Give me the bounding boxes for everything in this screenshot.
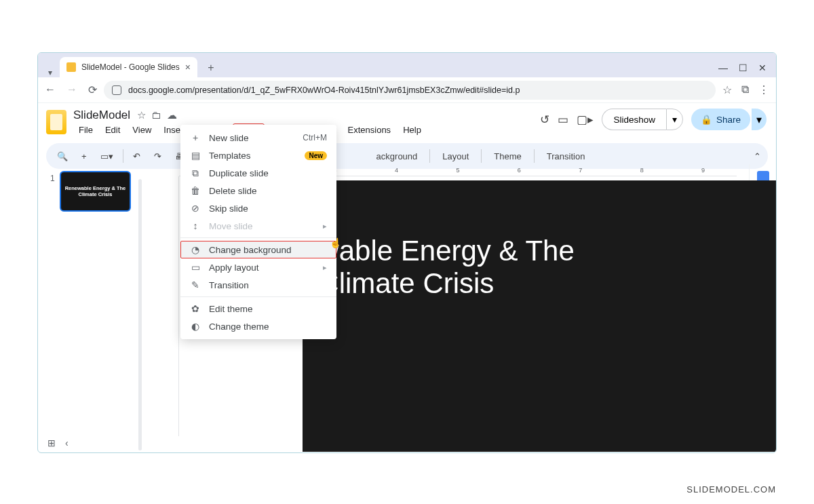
window-maximize-icon[interactable]: ☐ <box>739 62 748 73</box>
search-menus-icon[interactable]: 🔍 <box>53 149 72 164</box>
share-dropdown[interactable]: ▾ <box>752 109 767 130</box>
layout-chip[interactable]: Layout <box>435 149 476 164</box>
new-tab-button[interactable]: + <box>203 60 219 76</box>
menu-skip-slide[interactable]: ⊘ Skip slide <box>180 199 336 217</box>
undo-button[interactable]: ↶ <box>129 149 144 164</box>
url-input[interactable]: docs.google.com/presentation/d/1_qZ_5wFR… <box>104 81 716 100</box>
layout-icon: ▭ <box>190 262 201 273</box>
menu-extensions[interactable]: Extensions <box>343 123 397 138</box>
move-slide-icon: ↕ <box>190 220 201 231</box>
slideshow-button[interactable]: Slideshow <box>602 109 666 130</box>
browser-tab[interactable]: SlideModel - Google Slides × <box>60 57 197 77</box>
templates-icon: ▤ <box>190 150 201 161</box>
duplicate-icon: ⧉ <box>190 168 201 179</box>
filmstrip-scrollbar[interactable] <box>138 179 142 450</box>
lock-icon: 🔒 <box>701 114 712 125</box>
menu-edit[interactable]: Edit <box>100 123 125 138</box>
app-header: SlideModel ☆ 🗀 ☁ File Edit View Insert F… <box>38 103 776 138</box>
chrome-menu-icon[interactable]: ⋮ <box>758 83 769 96</box>
menu-edit-theme[interactable]: ✿ Edit theme <box>180 300 336 317</box>
url-text: docs.google.com/presentation/d/1_qZ_5wFR… <box>128 85 520 95</box>
slide-thumbnail[interactable]: Renewable Energy & The Climate Crisis <box>60 171 131 212</box>
window-close-icon[interactable]: ✕ <box>758 62 767 73</box>
vertical-ruler <box>167 176 179 436</box>
edit-theme-icon: ✿ <box>190 303 201 314</box>
extensions-icon[interactable]: ⧉ <box>741 83 749 96</box>
filmstrip[interactable]: 1 Renewable Energy & The Climate Crisis <box>38 164 140 436</box>
slide-menu-dropdown: + New slide Ctrl+M ▤ Templates New ⧉ Dup… <box>180 125 336 339</box>
main-area: 1 Renewable Energy & The Climate Crisis … <box>38 164 776 436</box>
menu-separator <box>180 237 336 238</box>
history-icon[interactable]: ↺ <box>540 113 549 127</box>
tab-drag-handle[interactable]: ▾ <box>43 68 57 77</box>
menu-change-theme[interactable]: ◐ Change theme <box>180 317 336 335</box>
menu-change-background[interactable]: ◔ Change background <box>180 241 336 258</box>
slideshow-dropdown[interactable]: ▾ <box>666 109 683 130</box>
submenu-arrow-icon: ▸ <box>323 263 327 272</box>
submenu-arrow-icon: ▸ <box>323 222 327 231</box>
star-icon[interactable]: ☆ <box>137 109 146 121</box>
speaker-notes-toggle[interactable]: ‹ <box>65 438 69 448</box>
slide-title[interactable]: ewable Energy & The Climate Crisis <box>303 180 575 301</box>
new-slide-layout-dropdown[interactable]: ▭▾ <box>96 149 117 164</box>
menu-view[interactable]: View <box>127 123 157 138</box>
share-button[interactable]: 🔒 Share <box>691 109 750 130</box>
slide-number: 1 <box>50 174 55 183</box>
theme-chip[interactable]: Theme <box>487 149 528 164</box>
plus-icon: + <box>190 132 201 143</box>
menu-duplicate-slide[interactable]: ⧉ Duplicate slide <box>180 164 336 182</box>
menu-apply-layout[interactable]: ▭ Apply layout ▸ <box>180 258 336 276</box>
background-chip[interactable]: ackground <box>370 149 425 164</box>
nav-reload-icon[interactable]: ⟳ <box>88 83 97 96</box>
menu-new-slide[interactable]: + New slide Ctrl+M <box>180 129 336 147</box>
transition-icon: ✎ <box>190 279 201 290</box>
menu-help[interactable]: Help <box>398 123 427 138</box>
delete-icon: 🗑 <box>190 185 201 196</box>
document-title[interactable]: SlideModel <box>73 109 130 122</box>
menu-file[interactable]: File <box>73 123 98 138</box>
redo-button[interactable]: ↷ <box>150 149 166 164</box>
nav-back-icon[interactable]: ← <box>45 83 56 96</box>
slides-favicon <box>66 62 76 72</box>
skip-icon: ⊘ <box>190 203 201 214</box>
tab-close-icon[interactable]: × <box>185 62 191 73</box>
slide-canvas[interactable]: ewable Energy & The Climate Crisis <box>303 180 777 452</box>
cloud-status-icon[interactable]: ☁ <box>167 109 177 121</box>
bookmark-icon[interactable]: ☆ <box>722 83 732 96</box>
window-minimize-icon[interactable]: — <box>718 62 728 73</box>
toolbar-collapse-icon[interactable]: ⌃ <box>754 151 761 161</box>
grid-view-icon[interactable]: ⊞ <box>47 438 56 448</box>
move-icon[interactable]: 🗀 <box>151 109 161 121</box>
browser-window: ▾ SlideModel - Google Slides × + — ☐ ✕ ←… <box>37 52 777 453</box>
site-settings-icon[interactable] <box>112 85 121 95</box>
mouse-cursor-icon: ☝ <box>330 237 341 248</box>
meet-icon[interactable]: ▢▸ <box>577 113 594 127</box>
transition-chip[interactable]: Transition <box>540 149 592 164</box>
browser-address-bar: ← → ⟳ docs.google.com/presentation/d/1_q… <box>38 77 776 103</box>
browser-tabstrip: ▾ SlideModel - Google Slides × + — ☐ ✕ <box>38 53 776 77</box>
menu-move-slide: ↕ Move slide ▸ <box>180 217 336 235</box>
menu-transition[interactable]: ✎ Transition <box>180 276 336 294</box>
menu-delete-slide[interactable]: 🗑 Delete slide <box>180 182 336 199</box>
comments-icon[interactable]: ▭ <box>558 113 568 127</box>
nav-forward-icon[interactable]: → <box>66 83 77 96</box>
tab-title: SlideModel - Google Slides <box>81 62 180 72</box>
slides-logo-icon[interactable] <box>46 110 66 134</box>
new-slide-button[interactable]: + <box>77 149 91 164</box>
watermark: SLIDEMODEL.COM <box>686 484 776 495</box>
menu-separator <box>180 296 336 297</box>
change-theme-icon: ◐ <box>190 321 201 332</box>
background-icon: ◔ <box>190 244 201 255</box>
menu-templates[interactable]: ▤ Templates New <box>180 147 336 164</box>
